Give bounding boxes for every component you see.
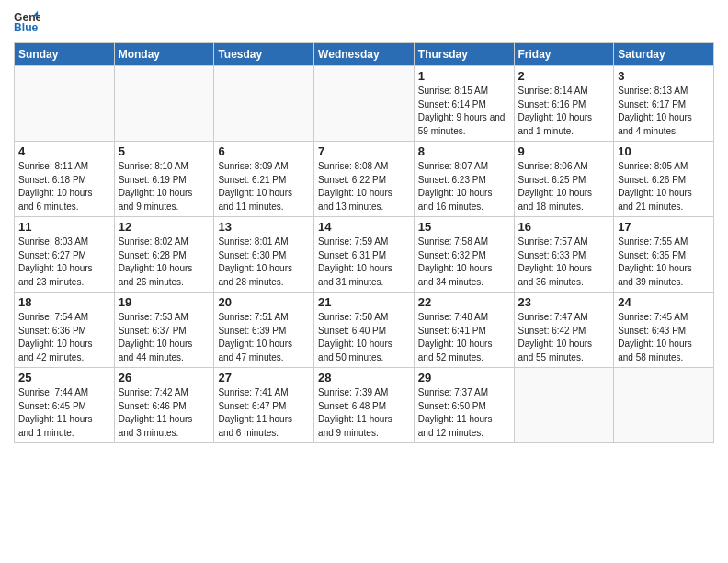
day-info: Sunrise: 7:54 AM Sunset: 6:36 PM Dayligh…	[18, 311, 110, 364]
day-info: Sunrise: 8:02 AM Sunset: 6:28 PM Dayligh…	[119, 236, 210, 289]
day-info: Sunrise: 7:39 AM Sunset: 6:48 PM Dayligh…	[318, 386, 410, 440]
day-cell: 5Sunrise: 8:10 AM Sunset: 6:19 PM Daylig…	[114, 142, 214, 217]
day-info: Sunrise: 7:42 AM Sunset: 6:46 PM Dayligh…	[119, 386, 210, 440]
day-info: Sunrise: 7:47 AM Sunset: 6:42 PM Dayligh…	[518, 311, 610, 364]
day-info: Sunrise: 7:57 AM Sunset: 6:33 PM Dayligh…	[518, 236, 610, 289]
day-number: 13	[218, 220, 310, 234]
day-number: 9	[518, 144, 610, 158]
day-info: Sunrise: 7:59 AM Sunset: 6:31 PM Dayligh…	[318, 236, 410, 289]
logo: General Blue	[14, 9, 40, 35]
day-number: 22	[418, 295, 510, 309]
day-cell: 2Sunrise: 8:14 AM Sunset: 6:16 PM Daylig…	[514, 66, 614, 142]
page-container: General Blue SundayMondayTuesdayWednesda…	[0, 0, 728, 453]
day-cell: 3Sunrise: 8:13 AM Sunset: 6:17 PM Daylig…	[614, 66, 714, 142]
day-number: 5	[119, 144, 210, 158]
day-info: Sunrise: 7:48 AM Sunset: 6:41 PM Dayligh…	[418, 311, 510, 364]
week-row-0: 1Sunrise: 8:15 AM Sunset: 6:14 PM Daylig…	[15, 66, 714, 142]
day-info: Sunrise: 8:13 AM Sunset: 6:17 PM Dayligh…	[618, 85, 710, 138]
day-number: 6	[218, 144, 310, 158]
col-header-wednesday: Wednesday	[314, 43, 415, 66]
day-number: 10	[618, 144, 710, 158]
day-info: Sunrise: 8:05 AM Sunset: 6:26 PM Dayligh…	[618, 160, 710, 213]
day-info: Sunrise: 7:53 AM Sunset: 6:37 PM Dayligh…	[119, 311, 210, 364]
day-cell: 8Sunrise: 8:07 AM Sunset: 6:23 PM Daylig…	[414, 142, 514, 217]
day-cell: 22Sunrise: 7:48 AM Sunset: 6:41 PM Dayli…	[414, 293, 514, 368]
col-header-sunday: Sunday	[15, 43, 115, 66]
day-cell: 28Sunrise: 7:39 AM Sunset: 6:48 PM Dayli…	[314, 368, 415, 443]
day-info: Sunrise: 8:14 AM Sunset: 6:16 PM Dayligh…	[518, 85, 610, 138]
day-number: 12	[119, 220, 210, 234]
day-number: 24	[618, 295, 710, 309]
week-row-1: 4Sunrise: 8:11 AM Sunset: 6:18 PM Daylig…	[15, 142, 714, 217]
day-cell: 15Sunrise: 7:58 AM Sunset: 6:32 PM Dayli…	[414, 217, 514, 293]
day-cell: 4Sunrise: 8:11 AM Sunset: 6:18 PM Daylig…	[15, 142, 115, 217]
day-cell: 9Sunrise: 8:06 AM Sunset: 6:25 PM Daylig…	[514, 142, 614, 217]
day-number: 23	[518, 295, 610, 309]
day-number: 17	[618, 220, 710, 234]
day-info: Sunrise: 8:01 AM Sunset: 6:30 PM Dayligh…	[218, 236, 310, 289]
day-info: Sunrise: 7:58 AM Sunset: 6:32 PM Dayligh…	[418, 236, 510, 289]
day-cell	[614, 368, 714, 443]
day-cell: 20Sunrise: 7:51 AM Sunset: 6:39 PM Dayli…	[214, 293, 314, 368]
day-info: Sunrise: 7:41 AM Sunset: 6:47 PM Dayligh…	[218, 386, 310, 440]
day-cell: 29Sunrise: 7:37 AM Sunset: 6:50 PM Dayli…	[414, 368, 514, 443]
day-info: Sunrise: 7:45 AM Sunset: 6:43 PM Dayligh…	[618, 311, 710, 364]
day-number: 16	[518, 220, 610, 234]
day-number: 4	[18, 144, 110, 158]
day-cell	[314, 66, 415, 142]
day-cell: 26Sunrise: 7:42 AM Sunset: 6:46 PM Dayli…	[114, 368, 214, 443]
day-cell	[214, 66, 314, 142]
svg-text:Blue: Blue	[14, 21, 39, 34]
day-info: Sunrise: 8:11 AM Sunset: 6:18 PM Dayligh…	[18, 160, 110, 213]
day-number: 19	[119, 295, 210, 309]
day-number: 28	[318, 371, 410, 385]
day-cell: 13Sunrise: 8:01 AM Sunset: 6:30 PM Dayli…	[214, 217, 314, 293]
day-info: Sunrise: 7:50 AM Sunset: 6:40 PM Dayligh…	[318, 311, 410, 364]
day-number: 15	[418, 220, 510, 234]
col-header-tuesday: Tuesday	[214, 43, 314, 66]
day-number: 8	[418, 144, 510, 158]
day-cell: 7Sunrise: 8:08 AM Sunset: 6:22 PM Daylig…	[314, 142, 415, 217]
day-cell: 21Sunrise: 7:50 AM Sunset: 6:40 PM Dayli…	[314, 293, 415, 368]
day-number: 26	[119, 371, 210, 385]
day-info: Sunrise: 8:06 AM Sunset: 6:25 PM Dayligh…	[518, 160, 610, 213]
day-info: Sunrise: 7:37 AM Sunset: 6:50 PM Dayligh…	[418, 386, 510, 440]
day-cell: 18Sunrise: 7:54 AM Sunset: 6:36 PM Dayli…	[15, 293, 115, 368]
day-number: 14	[318, 220, 410, 234]
day-number: 20	[218, 295, 310, 309]
day-number: 1	[418, 69, 510, 83]
day-number: 27	[218, 371, 310, 385]
week-row-4: 25Sunrise: 7:44 AM Sunset: 6:45 PM Dayli…	[15, 368, 714, 443]
col-header-saturday: Saturday	[614, 43, 714, 66]
day-info: Sunrise: 8:07 AM Sunset: 6:23 PM Dayligh…	[418, 160, 510, 213]
day-cell: 17Sunrise: 7:55 AM Sunset: 6:35 PM Dayli…	[614, 217, 714, 293]
day-cell: 16Sunrise: 7:57 AM Sunset: 6:33 PM Dayli…	[514, 217, 614, 293]
day-info: Sunrise: 8:10 AM Sunset: 6:19 PM Dayligh…	[119, 160, 210, 213]
day-cell: 6Sunrise: 8:09 AM Sunset: 6:21 PM Daylig…	[214, 142, 314, 217]
day-cell: 19Sunrise: 7:53 AM Sunset: 6:37 PM Dayli…	[114, 293, 214, 368]
day-info: Sunrise: 7:44 AM Sunset: 6:45 PM Dayligh…	[18, 386, 110, 440]
week-row-2: 11Sunrise: 8:03 AM Sunset: 6:27 PM Dayli…	[15, 217, 714, 293]
day-cell: 12Sunrise: 8:02 AM Sunset: 6:28 PM Dayli…	[114, 217, 214, 293]
calendar-header-row: SundayMondayTuesdayWednesdayThursdayFrid…	[15, 43, 714, 66]
day-cell	[15, 66, 115, 142]
day-number: 3	[618, 69, 710, 83]
day-cell: 11Sunrise: 8:03 AM Sunset: 6:27 PM Dayli…	[15, 217, 115, 293]
logo-icon: General Blue	[14, 9, 40, 35]
day-info: Sunrise: 7:55 AM Sunset: 6:35 PM Dayligh…	[618, 236, 710, 289]
day-number: 25	[18, 371, 110, 385]
day-cell: 24Sunrise: 7:45 AM Sunset: 6:43 PM Dayli…	[614, 293, 714, 368]
day-number: 7	[318, 144, 410, 158]
day-cell: 1Sunrise: 8:15 AM Sunset: 6:14 PM Daylig…	[414, 66, 514, 142]
day-number: 21	[318, 295, 410, 309]
day-info: Sunrise: 7:51 AM Sunset: 6:39 PM Dayligh…	[218, 311, 310, 364]
day-cell: 25Sunrise: 7:44 AM Sunset: 6:45 PM Dayli…	[15, 368, 115, 443]
day-info: Sunrise: 8:15 AM Sunset: 6:14 PM Dayligh…	[418, 85, 510, 138]
day-info: Sunrise: 8:09 AM Sunset: 6:21 PM Dayligh…	[218, 160, 310, 213]
day-cell	[514, 368, 614, 443]
day-info: Sunrise: 8:08 AM Sunset: 6:22 PM Dayligh…	[318, 160, 410, 213]
day-number: 2	[518, 69, 610, 83]
day-info: Sunrise: 8:03 AM Sunset: 6:27 PM Dayligh…	[18, 236, 110, 289]
day-number: 29	[418, 371, 510, 385]
day-cell: 27Sunrise: 7:41 AM Sunset: 6:47 PM Dayli…	[214, 368, 314, 443]
